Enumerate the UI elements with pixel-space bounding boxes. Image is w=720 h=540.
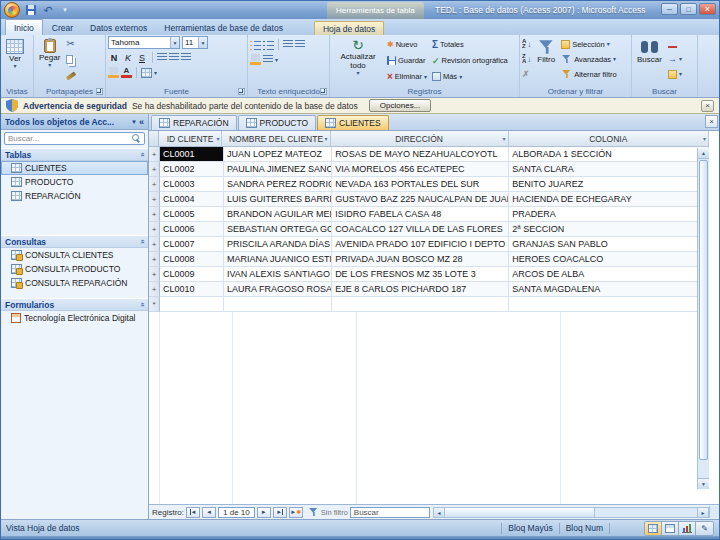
cell-colonia[interactable] [509, 297, 709, 312]
cell-id[interactable]: CL0004 [160, 192, 224, 207]
nav-search-box[interactable]: Buscar... [4, 132, 145, 145]
cell-id[interactable]: CL0007 [160, 237, 224, 252]
cell-nombre[interactable]: JUAN LOPEZ MATEOZ [224, 147, 332, 162]
nav-section-header[interactable]: Consultas» [1, 235, 148, 248]
close-button[interactable]: × [699, 3, 716, 15]
clear-sort-button[interactable]: ✗ [522, 67, 531, 81]
cell-nombre[interactable] [224, 297, 332, 312]
record-position[interactable]: 1 de 10 [218, 507, 255, 518]
last-record-button[interactable]: ► [273, 507, 287, 518]
cell-id[interactable]: CL0002 [160, 162, 224, 177]
fill-color-button[interactable] [108, 67, 119, 78]
row-selector[interactable]: + [149, 267, 160, 282]
view-button[interactable]: Ver ▾ [3, 37, 27, 69]
filter-status[interactable]: Sin filtro [308, 506, 348, 518]
cell-direccion[interactable]: ROSAS DE MAYO NEZAHUALCOYOTL [332, 147, 509, 162]
options-button[interactable]: Opciones... [369, 99, 431, 112]
cell-colonia[interactable]: SANTA MAGDALENA [509, 282, 709, 297]
find-button[interactable]: Buscar [634, 37, 665, 64]
increase-indent-button[interactable] [295, 40, 305, 49]
cell-nombre[interactable]: SANDRA PEREZ RODRIGUEZ [224, 177, 332, 192]
cell-direccion[interactable]: COACALCO 127 VILLA DE LAS FLORES [332, 222, 509, 237]
cell-direccion[interactable]: PRIVADA JUAN BOSCO MZ 28 [332, 252, 509, 267]
save-button[interactable] [24, 3, 38, 16]
row-selector[interactable]: + [149, 147, 160, 162]
chevron-down-icon[interactable]: ▾ [325, 135, 328, 142]
cell-colonia[interactable]: SANTA CLARA [509, 162, 709, 177]
cell-colonia[interactable]: BENITO JUAREZ [509, 177, 709, 192]
tab-datos-externos[interactable]: Datos externos [82, 21, 155, 35]
cell-id[interactable]: CL0001 [160, 147, 224, 162]
vertical-scrollbar[interactable]: ▲ ▼ [697, 148, 709, 489]
select-button[interactable]: ▾ [668, 67, 682, 81]
cell-nombre[interactable]: SEBASTIAN ORTEGA GONZALEZ [224, 222, 332, 237]
gridlines-button[interactable] [141, 68, 152, 78]
delete-button[interactable]: ×Eliminar▾ [387, 70, 427, 84]
cell-direccion[interactable]: NEVADA 163 PORTALES DEL SUR [332, 177, 509, 192]
row-selector[interactable]: + [149, 162, 160, 177]
horizontal-scrollbar-thumb[interactable] [445, 508, 595, 517]
cell-direccion[interactable] [332, 297, 509, 312]
scroll-up-button[interactable]: ▲ [698, 148, 709, 159]
cell-nombre[interactable]: IVAN ALEXIS SANTIAGO [224, 267, 332, 282]
collapse-chevron-icon[interactable]: » [137, 302, 146, 306]
nav-item-reparación[interactable]: REPARACIÓN [1, 189, 148, 203]
row-selector[interactable]: + [149, 207, 160, 222]
cell-direccion[interactable]: EJE 8 CARLOS PICHARDO 187 [332, 282, 509, 297]
nav-pane-header[interactable]: Todos los objetos de Acc... ▼ « [1, 114, 148, 130]
underline-button[interactable]: S [136, 52, 148, 64]
cell-colonia[interactable]: ARCOS DE ALBA [509, 267, 709, 282]
nav-item-tecnología-electrónica-digital[interactable]: Tecnología Electrónica Digital [1, 311, 148, 325]
cell-nombre[interactable]: LAURA FRAGOSO ROSALES [224, 282, 332, 297]
design-view-button[interactable]: ✎ [696, 522, 713, 535]
cell-direccion[interactable]: DE LOS FRESNOS MZ 35 LOTE 3 [332, 267, 509, 282]
format-painter-button[interactable] [66, 67, 76, 81]
cell-colonia[interactable]: HEROES COACALCO [509, 252, 709, 267]
cell-direccion[interactable]: AVENIDA PRADO 107 EDIFICIO I DEPTO 302 [332, 237, 509, 252]
new-record-ribbon-button[interactable]: ✱Nuevo [387, 38, 427, 52]
align-center-button[interactable] [169, 53, 179, 62]
tab-hoja-de-datos[interactable]: Hoja de datos [314, 21, 384, 35]
next-record-button[interactable]: ► [257, 507, 271, 518]
nav-item-consulta-clientes[interactable]: CONSULTA CLIENTES [1, 248, 148, 262]
dialog-launcher-icon[interactable] [96, 88, 103, 95]
nav-item-consulta-producto[interactable]: CONSULTA PRODUCTO [1, 262, 148, 276]
tab-herramientas-bd[interactable]: Herramientas de base de datos [156, 21, 291, 35]
cell-colonia[interactable]: ALBORADA 1 SECCIÓN [509, 147, 709, 162]
advanced-filter-button[interactable]: Avanzadas▾ [561, 52, 617, 66]
totals-button[interactable]: ΣTotales [432, 38, 508, 52]
tab-crear[interactable]: Crear [44, 21, 81, 35]
nav-item-producto[interactable]: PRODUCTO [1, 175, 148, 189]
nav-section-header[interactable]: Formularios» [1, 298, 148, 311]
selection-filter-button[interactable]: Selección▾ [561, 37, 617, 51]
cell-direccion[interactable]: GUSTAVO BAZ 225 NAUCALPAN DE JUAREZ [332, 192, 509, 207]
first-record-button[interactable]: ◄ [186, 507, 200, 518]
chevron-down-icon[interactable]: ▼ [131, 119, 137, 125]
cell-id[interactable]: CL0010 [160, 282, 224, 297]
row-selector[interactable]: + [149, 237, 160, 252]
row-selector[interactable]: + [149, 252, 160, 267]
row-selector[interactable]: + [149, 222, 160, 237]
copy-button[interactable] [66, 52, 76, 66]
more-button[interactable]: Más▾ [432, 70, 508, 84]
replace-button[interactable] [668, 37, 682, 51]
select-all-corner[interactable] [149, 131, 159, 147]
cell-id[interactable]: CL0003 [160, 177, 224, 192]
cell-nombre[interactable]: PRISCILA ARANDA DÍAS [224, 237, 332, 252]
cell-id[interactable]: CL0006 [160, 222, 224, 237]
sort-ascending-button[interactable]: AZ↓ [522, 37, 531, 51]
qat-customize-button[interactable]: ▾ [58, 3, 72, 16]
cell-direccion[interactable]: ISIDRO FABELA CASA 48 [332, 207, 509, 222]
pivotchart-view-button[interactable] [679, 522, 696, 535]
align-right-button[interactable] [181, 53, 191, 62]
tab-inicio[interactable]: Inicio [5, 19, 43, 35]
restore-button[interactable]: □ [680, 3, 697, 15]
close-message-bar-button[interactable]: × [701, 100, 714, 112]
decrease-indent-button[interactable] [283, 40, 293, 49]
datasheet-view-button[interactable] [645, 522, 662, 535]
collapse-chevron-icon[interactable]: » [137, 152, 146, 156]
dialog-launcher-icon[interactable] [238, 88, 245, 95]
font-size-combo[interactable]: 11 ▼ [182, 36, 208, 49]
nav-item-clientes[interactable]: CLIENTES [1, 161, 148, 175]
chevron-down-icon[interactable]: ▾ [703, 135, 706, 142]
